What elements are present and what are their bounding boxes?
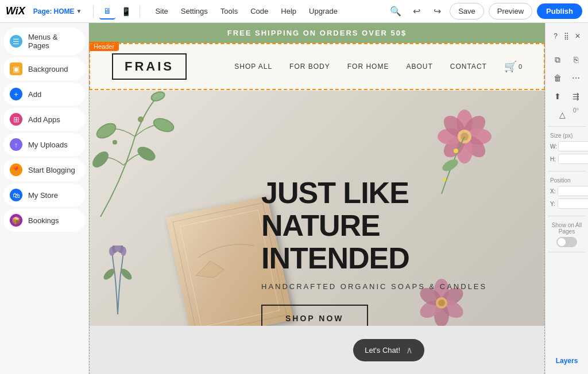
rp-paste-icon[interactable]: ⎘ (568, 52, 584, 68)
sidebar-item-menus-pages[interactable]: ☰ Menus & Pages (3, 28, 85, 55)
rp-x-input[interactable] (558, 186, 588, 196)
sidebar-label-bookings: Bookings (28, 216, 59, 225)
page-dropdown-icon[interactable]: ▼ (76, 8, 82, 14)
nav-for-body[interactable]: FOR BODY (289, 63, 330, 71)
rp-y-input[interactable] (558, 198, 588, 209)
site-header: Header FRAIS SHOP ALL FOR BODY FOR HOME … (89, 43, 545, 91)
nav-about[interactable]: ABOUT (406, 63, 432, 71)
sidebar-item-my-uploads[interactable]: ↑ My Uploads (3, 133, 85, 156)
lavender-decoration-bl (95, 246, 141, 314)
rp-size-group: Size (px) W: H: (548, 128, 586, 172)
undo-btn[interactable]: ↩ (408, 3, 424, 20)
svg-point-1 (152, 116, 176, 134)
rp-help-icon[interactable]: ? (550, 30, 561, 42)
main-layout: ☰ Menus & Pages ▣ Background + Add ⊞ Add… (0, 23, 588, 374)
guide-line-left (89, 23, 90, 374)
rp-height-row: H: (550, 154, 583, 164)
chat-expand-icon[interactable]: ∧ (406, 345, 413, 356)
rp-layers-button[interactable]: Layers (548, 352, 586, 369)
nav-for-home[interactable]: FOR HOME (347, 63, 389, 71)
rp-copy-icon[interactable]: ⧉ (550, 52, 566, 68)
toolbar-divider-1 (93, 6, 94, 17)
sidebar-label-add: Add (28, 90, 41, 99)
header-label-badge: Header (89, 42, 119, 51)
sidebar-item-background[interactable]: ▣ Background (3, 57, 85, 80)
nav-code[interactable]: Code (245, 5, 274, 18)
rp-y-row: Y: (550, 198, 583, 209)
nav-site[interactable]: Site (149, 5, 173, 18)
cart-icon[interactable]: 🛒 0 (504, 60, 522, 73)
rp-h-label: H: (550, 156, 556, 162)
guide-line-right (544, 23, 545, 374)
rp-y-label: Y: (550, 201, 555, 207)
lavender-svg (95, 246, 141, 314)
rp-width-row: W: (550, 141, 583, 151)
canvas-area: FREE SHIPPING ON ORDERS OVER 50$ Header … (89, 23, 545, 374)
nav-help[interactable]: Help (275, 5, 302, 18)
rp-show-all-pages-section: Show on All Pages (548, 217, 586, 252)
top-toolbar: WiX Page: HOME ▼ 🖥 📱 Site Settings Tools… (0, 0, 588, 23)
sidebar-item-start-blogging[interactable]: 📍 Start Blogging (3, 158, 85, 181)
wix-logo: WiX (6, 5, 25, 17)
rp-width-input[interactable] (558, 141, 588, 151)
save-button[interactable]: Save (450, 3, 484, 20)
sidebar-item-bookings[interactable]: 📦 Bookings (3, 209, 85, 232)
rp-align-top-icon[interactable]: ⬆ (550, 88, 566, 104)
add-icon: + (10, 88, 22, 100)
sidebar-label-my-store: My Store (28, 191, 58, 200)
rp-height-input[interactable] (558, 154, 588, 164)
preview-button[interactable]: Preview (489, 3, 532, 20)
rp-drag-icon[interactable]: ⣿ (561, 30, 572, 42)
svg-point-8 (114, 142, 116, 143)
sidebar-label-start-blogging: Start Blogging (28, 166, 75, 174)
desktop-view-btn[interactable]: 🖥 (99, 3, 115, 20)
toolbar-divider-2 (140, 6, 140, 17)
mobile-view-btn[interactable]: 📱 (118, 3, 134, 20)
sidebar-label-my-uploads: My Uploads (28, 141, 68, 149)
hero-title-line2: NATURE INTENDED (261, 209, 409, 275)
nav-shop-all[interactable]: SHOP ALL (234, 63, 272, 71)
rp-align-side-icon[interactable]: ⇶ (568, 88, 584, 104)
svg-point-0 (94, 120, 118, 141)
rp-triangle-icon[interactable]: △ (555, 107, 571, 123)
rp-show-all-pages-toggle[interactable] (556, 237, 577, 247)
rp-delete-icon[interactable]: 🗑 (550, 70, 566, 86)
rp-angle-value: 0° (573, 107, 579, 123)
plant-svg-tl (89, 91, 215, 217)
shop-now-button[interactable]: SHOP NOW (261, 305, 368, 326)
site-logo[interactable]: FRAIS (112, 53, 187, 80)
sidebar-item-add-apps[interactable]: ⊞ Add Apps (3, 108, 85, 131)
nav-settings[interactable]: Settings (175, 5, 214, 18)
svg-point-6 (140, 118, 142, 120)
uploads-icon: ↑ (10, 138, 22, 151)
nav-upgrade[interactable]: Upgrade (303, 5, 343, 18)
chat-bubble[interactable]: Let's Chat! ∧ (353, 339, 424, 361)
menus-pages-icon: ☰ (10, 35, 22, 48)
sidebar-label-add-apps: Add Apps (28, 115, 60, 124)
rp-show-all-pages-label: Show on All Pages (550, 222, 583, 235)
rp-x-row: X: (550, 186, 583, 196)
nav-contact[interactable]: CONTACT (450, 63, 487, 71)
svg-point-2 (90, 149, 110, 169)
toolbar-nav-items: Site Settings Tools Code Help Upgrade (149, 5, 343, 18)
zoom-out-btn[interactable]: 🔍 (388, 3, 404, 20)
right-panel: ? ⣿ ✕ ⧉ ⎘ 🗑 ⋯ ⬆ ⇶ △ 0° Size (px) (545, 23, 588, 374)
hero-title-line1: JUST LIKE (261, 176, 409, 209)
publish-button[interactable]: Publish (537, 3, 582, 19)
rp-close-icon[interactable]: ✕ (572, 30, 583, 42)
page-name[interactable]: HOME (54, 7, 75, 15)
cart-count: 0 (519, 63, 522, 70)
rp-more-icon[interactable]: ⋯ (568, 70, 584, 86)
rp-x-label: X: (550, 188, 555, 194)
redo-btn[interactable]: ↪ (429, 3, 445, 20)
sidebar-item-add[interactable]: + Add (3, 83, 85, 106)
rp-action-row-4: △ 0° (549, 107, 585, 123)
rp-position-label: Position (550, 177, 583, 184)
rp-size-label: Size (px) (550, 133, 583, 139)
page-label: Page: (33, 7, 52, 15)
rp-action-row-2: 🗑 ⋯ (549, 70, 585, 86)
svg-point-3 (136, 145, 157, 163)
sidebar-item-my-store[interactable]: 🛍 My Store (3, 184, 85, 207)
hero-title: JUST LIKE NATURE INTENDED (261, 177, 499, 275)
nav-tools[interactable]: Tools (215, 5, 243, 18)
